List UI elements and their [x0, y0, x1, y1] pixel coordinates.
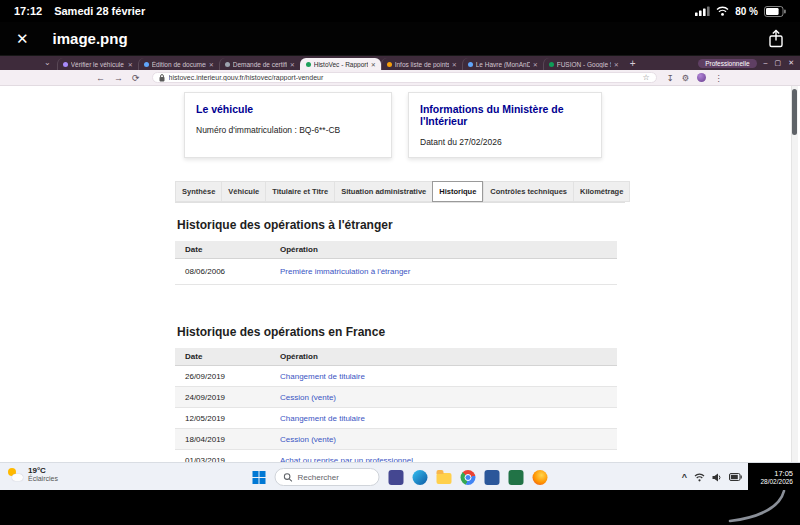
reload-icon[interactable]: ⟳	[132, 70, 140, 86]
taskbar-app-teams-icon[interactable]	[389, 470, 404, 485]
table-row: 18/04/2019 Cession (vente)	[175, 429, 617, 450]
tab-close-icon[interactable]: ✕	[128, 61, 133, 68]
tab-search-icon[interactable]: ⌄	[44, 56, 51, 70]
extensions-icon[interactable]: ⚙	[682, 73, 690, 83]
browser-tab-strip: ⌄ Vérifier le véhicule - Rap… ✕ Édition …	[0, 56, 800, 70]
browser-tab[interactable]: FUSION - Google Sheets… ✕	[543, 58, 624, 70]
tab-vehicule[interactable]: Véhicule	[221, 181, 265, 202]
url-text: histovec.interieur.gouv.fr/histovec/rapp…	[169, 74, 639, 81]
status-time: 17:12	[14, 5, 42, 17]
tab-kilometrage[interactable]: Kilométrage	[573, 181, 630, 202]
vehicle-card: Le véhicule Numéro d'immatriculation : B…	[184, 92, 392, 158]
histovec-page: Le véhicule Numéro d'immatriculation : B…	[0, 86, 800, 462]
table-row: 01/03/2019 Achat ou reprise par un profe…	[175, 450, 617, 462]
screen: 17:12 Samedi 28 février 80 %	[0, 0, 800, 525]
tab-close-icon[interactable]: ✕	[290, 61, 295, 68]
tab-favicon	[306, 62, 311, 67]
download-icon[interactable]: ↧	[667, 73, 674, 83]
pen-stroke	[722, 490, 792, 524]
search-placeholder: Rechercher	[298, 473, 339, 482]
clock-time: 17:05	[774, 469, 793, 478]
tab-situation-administrative[interactable]: Situation administrative	[334, 181, 432, 202]
bookmark-star-icon[interactable]: ☆	[642, 73, 649, 83]
browser-toolbar: ← → ⟳ histovec.interieur.gouv.fr/histove…	[0, 70, 800, 86]
tab-close-icon[interactable]: ✕	[533, 61, 538, 68]
tab-close-icon[interactable]: ✕	[371, 61, 376, 68]
operation-link[interactable]: Cession (vente)	[280, 435, 336, 444]
scrollbar-track[interactable]	[791, 86, 798, 462]
table-row: 12/05/2019 Changement de titulaire	[175, 408, 617, 429]
address-bar[interactable]: histovec.interieur.gouv.fr/histovec/rapp…	[152, 72, 657, 83]
browser-tab[interactable]: Infos liste de points suiv… ✕	[381, 58, 462, 70]
tray-chevron-icon[interactable]: ^	[682, 472, 687, 482]
browser-profile-badge[interactable]: Professionnelle	[698, 59, 756, 68]
tab-titulaire-et-titre[interactable]: Titulaire et Titre	[265, 181, 334, 202]
browser-tab[interactable]: Édition de documents d… ✕	[138, 58, 219, 70]
taskbar-app-chrome-icon[interactable]	[461, 470, 476, 485]
share-icon[interactable]	[768, 29, 784, 48]
taskbar-app-firefox-icon[interactable]	[533, 470, 548, 485]
vehicle-card-body: Numéro d'immatriculation : BQ-6**-CB	[196, 125, 380, 135]
clock-date: 28/02/2026	[760, 478, 793, 486]
browser-tab[interactable]: Vérifier le véhicule - Rap… ✕	[57, 58, 138, 70]
tab-title: Le Havre (MonAnDacq)…	[476, 61, 530, 68]
battery-icon	[764, 6, 786, 17]
ministry-card: Informations du Ministère de l'Intérieur…	[408, 92, 602, 158]
tab-synthese[interactable]: Synthèse	[175, 181, 221, 202]
taskbar-app-word-icon[interactable]	[485, 470, 500, 485]
tab-historique[interactable]: Historique	[432, 181, 483, 202]
windows-taskbar: 19°C Éclaircies Rechercher ^	[0, 462, 800, 490]
operation-link[interactable]: Première immatriculation à l'étranger	[280, 267, 410, 276]
taskbar-search[interactable]: Rechercher	[275, 468, 380, 486]
weather-condition: Éclaircies	[28, 475, 58, 483]
section-title: Historique des opérations à l'étranger	[175, 218, 625, 232]
start-button-icon[interactable]	[253, 471, 266, 484]
browser-tab[interactable]: Demande de certificat d… ✕	[219, 58, 300, 70]
bottom-band	[0, 490, 800, 525]
window-maximize-icon[interactable]: ▢	[775, 56, 782, 70]
browser-tab[interactable]: Le Havre (MonAnDacq)… ✕	[462, 58, 543, 70]
operation-link[interactable]: Changement de titulaire	[280, 414, 365, 423]
tab-title: Demande de certificat d…	[233, 61, 287, 68]
new-tab-button[interactable]: +	[630, 58, 636, 70]
tab-close-icon[interactable]: ✕	[209, 61, 214, 68]
section-operations-etranger: Historique des opérations à l'étranger D…	[175, 218, 625, 285]
back-icon[interactable]: ←	[96, 70, 105, 86]
window-minimize-icon[interactable]: –	[764, 56, 768, 70]
tray-volume-icon[interactable]	[712, 473, 722, 482]
scrollbar-thumb[interactable]	[792, 89, 797, 135]
battery-percent: 80 %	[735, 6, 758, 17]
forward-icon[interactable]: →	[114, 70, 123, 86]
operations-etranger-table: Date Opération 08/06/2006 Première immat…	[175, 241, 617, 285]
close-icon[interactable]: ✕	[16, 30, 29, 48]
taskbar-app-edge-icon[interactable]	[413, 470, 428, 485]
window-close-icon[interactable]: ✕	[788, 56, 794, 70]
vehicle-card-title: Le véhicule	[196, 103, 380, 115]
viewer-filename: image.png	[53, 30, 128, 47]
tray-network-icon[interactable]	[694, 473, 705, 482]
browser-tab-active[interactable]: HistoVec - Rapport vend… ✕	[300, 58, 381, 70]
row-date: 18/04/2019	[175, 435, 280, 444]
taskbar-clock[interactable]: 17:05 28/02/2026	[748, 463, 800, 491]
taskbar-app-excel-icon[interactable]	[509, 470, 524, 485]
ipad-status-bar: 17:12 Samedi 28 février 80 %	[0, 0, 800, 22]
tab-close-icon[interactable]: ✕	[452, 61, 457, 68]
menu-icon[interactable]: ⋮	[714, 73, 723, 83]
tray-battery-icon[interactable]	[729, 473, 742, 481]
row-date: 26/09/2019	[175, 372, 280, 381]
tab-favicon	[63, 62, 68, 67]
profile-avatar[interactable]	[697, 73, 706, 82]
taskbar-app-explorer-icon[interactable]	[437, 473, 452, 484]
report-tabs: Synthèse Véhicule Titulaire et Titre Sit…	[175, 181, 625, 203]
tab-controles-techniques[interactable]: Contrôles techniques	[483, 181, 573, 202]
tab-close-icon[interactable]: ✕	[614, 61, 619, 68]
col-date: Date	[175, 352, 280, 361]
ministry-card-title: Informations du Ministère de l'Intérieur	[420, 103, 590, 127]
operation-link[interactable]: Cession (vente)	[280, 393, 336, 402]
operation-link[interactable]: Changement de titulaire	[280, 372, 365, 381]
table-header: Date Opération	[175, 348, 617, 366]
col-date: Date	[175, 245, 280, 254]
col-operation: Opération	[280, 245, 318, 254]
tab-favicon	[387, 62, 392, 67]
weather-widget[interactable]: 19°C Éclaircies	[8, 466, 58, 483]
